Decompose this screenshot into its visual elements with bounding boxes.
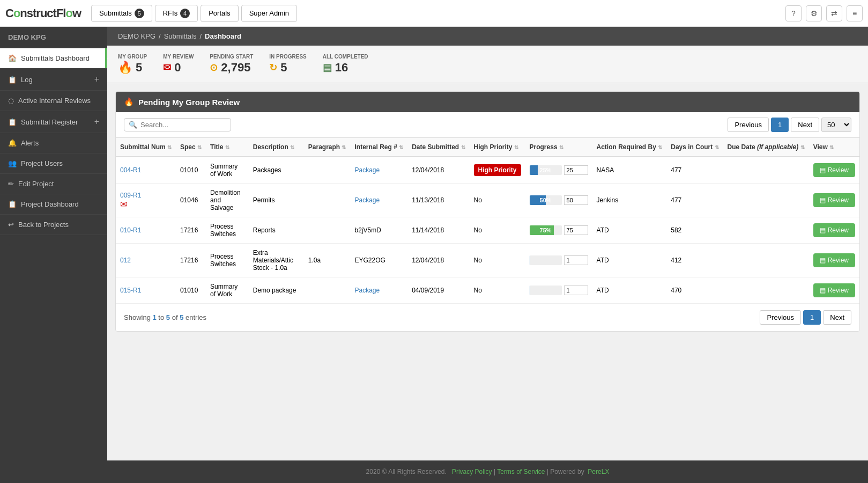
table-row: 012 17216 Process Switches Extra Materia… (116, 244, 859, 277)
cell-progress (525, 244, 592, 277)
privacy-link[interactable]: Privacy Policy (452, 468, 492, 475)
sidebar-label-project-dashboard: Project Dashboard (21, 200, 79, 208)
col-title[interactable]: Title ⇅ (206, 138, 249, 157)
copyright-text: 2020 © All Rights Reserved. (366, 468, 447, 475)
submittal-num-link[interactable]: 012 (120, 257, 131, 264)
add-icon-register[interactable]: + (94, 117, 99, 127)
col-description[interactable]: Description ⇅ (249, 138, 304, 157)
submittals-table: Submittal Num ⇅ Spec ⇅ Title ⇅ Descripti… (116, 137, 859, 304)
stat-my-group: MY GROUP 🔥 5 (118, 54, 147, 75)
swap-icon[interactable]: ⇄ (826, 5, 842, 21)
review-icon: ▤ (820, 196, 826, 204)
review-button[interactable]: ▤ Review (813, 193, 855, 207)
dashboard-icon: 📋 (8, 200, 17, 208)
col-date-submitted[interactable]: Date Submitted ⇅ (407, 138, 469, 157)
sidebar-item-back-to-projects[interactable]: ↩ Back to Projects (0, 215, 107, 235)
progress-input[interactable] (564, 255, 588, 265)
review-button[interactable]: ▤ Review (813, 223, 855, 237)
cell-view: ▤ Review (809, 244, 859, 277)
cell-title: Demolition and Salvage (206, 184, 249, 217)
review-button[interactable]: ▤ Review (813, 253, 855, 267)
progress-text: 50% (530, 195, 562, 205)
col-internal-reg[interactable]: Internal Reg # ⇅ (350, 138, 407, 157)
col-high-priority[interactable]: High Priority ⇅ (470, 138, 525, 157)
progress-input[interactable] (564, 195, 588, 205)
cell-description: Extra Materials/Attic Stock - 1.0a (249, 244, 304, 277)
home-icon: 🏠 (8, 54, 17, 62)
next-button-top[interactable]: Next (791, 118, 819, 132)
col-submittal-num[interactable]: Submittal Num ⇅ (116, 138, 176, 157)
logo: ConstructFlow (5, 6, 91, 20)
progress-text: 75% (530, 225, 562, 235)
cell-title: Process Switches (206, 244, 249, 277)
terms-link[interactable]: Terms of Service (497, 468, 545, 475)
table-footer: Showing 1 to 5 of 5 entries Previous 1 N… (116, 304, 859, 331)
sidebar-item-log[interactable]: 📋 Log + (0, 69, 107, 91)
col-due-date[interactable]: Due Date (If applicable) ⇅ (723, 138, 809, 157)
cell-action-required-by: NASA (592, 157, 667, 184)
progress-input[interactable] (564, 286, 588, 295)
cell-due-date (723, 184, 809, 217)
cell-paragraph (304, 157, 351, 184)
previous-button-bottom[interactable]: Previous (760, 310, 801, 325)
review-button[interactable]: ▤ Review (813, 163, 855, 177)
stat-my-review: MY REVIEW ✉ 0 (163, 54, 194, 75)
sidebar-item-edit-project[interactable]: ✏ Edit Project (0, 174, 107, 194)
top-nav: ConstructFlow Submittals 5 RFIs 4 Portal… (0, 0, 868, 27)
cell-submittal-num: 004-R1 (116, 157, 176, 184)
help-icon[interactable]: ? (785, 5, 802, 21)
sidebar-item-project-dashboard[interactable]: 📋 Project Dashboard (0, 194, 107, 215)
nav-tab-submittals[interactable]: Submittals 5 (91, 5, 152, 22)
stat-in-progress-value: ↻ 5 (269, 61, 287, 75)
nav-tabs: Submittals 5 RFIs 4 Portals Super Admin (91, 5, 785, 22)
progress-container: 25% (530, 165, 588, 175)
search-box[interactable]: 🔍 (124, 118, 231, 131)
previous-button-top[interactable]: Previous (728, 118, 769, 132)
progress-input[interactable] (564, 225, 588, 235)
submittal-num-link[interactable]: 004-R1 (120, 166, 141, 174)
page-1-button-top[interactable]: 1 (771, 118, 789, 132)
cell-description: Packages (249, 157, 304, 184)
submittal-num-link[interactable]: 015-R1 (120, 287, 141, 294)
col-spec[interactable]: Spec ⇅ (176, 138, 206, 157)
gear-icon[interactable]: ⚙ (806, 5, 822, 21)
progress-text (530, 286, 562, 295)
nav-tab-portals[interactable]: Portals (201, 5, 238, 22)
search-input[interactable] (140, 121, 226, 129)
nav-tab-rfis[interactable]: RFIs 4 (155, 5, 198, 22)
page-1-button-bottom[interactable]: 1 (803, 310, 821, 325)
next-button-bottom[interactable]: Next (823, 310, 851, 325)
sidebar-item-project-users[interactable]: 👥 Project Users (0, 153, 107, 174)
per-page-select[interactable]: 50 25 100 (821, 118, 851, 132)
submittal-num-link[interactable]: 009-R1 (120, 192, 141, 199)
log-icon: 📋 (8, 76, 17, 84)
col-action-required-by[interactable]: Action Required By ⇅ (592, 138, 667, 157)
cell-days-in-court: 582 (666, 217, 723, 244)
progress-container: 50% (530, 195, 588, 205)
col-paragraph[interactable]: Paragraph ⇅ (304, 138, 351, 157)
sidebar-item-alerts[interactable]: 🔔 Alerts (0, 133, 107, 153)
col-days-in-court[interactable]: Days in Court ⇅ (666, 138, 723, 157)
cell-internal-reg: Package (350, 277, 407, 304)
menu-icon[interactable]: ≡ (847, 5, 863, 21)
sidebar-item-submittals-dashboard[interactable]: 🏠 Submittals Dashboard (0, 48, 107, 69)
submittal-num-link[interactable]: 010-R1 (120, 226, 141, 234)
cell-high-priority: No (470, 184, 525, 217)
table-row: 010-R1 17216 Process Switches Reports b2… (116, 217, 859, 244)
sidebar-label-project-users: Project Users (21, 159, 63, 167)
sidebar-item-submittal-register[interactable]: 📋 Submittal Register + (0, 111, 107, 133)
sidebar-item-active-internal-reviews[interactable]: ◌ Active Internal Reviews (0, 91, 107, 111)
nav-tab-super-admin[interactable]: Super Admin (241, 5, 297, 22)
internal-reg-link[interactable]: Package (354, 166, 380, 174)
internal-reg-link[interactable]: Package (354, 287, 380, 294)
add-icon-log[interactable]: + (94, 75, 99, 84)
review-button[interactable]: ▤ Review (813, 283, 855, 297)
progress-input[interactable] (564, 165, 588, 175)
cell-internal-reg: Package (350, 184, 407, 217)
internal-reg-link[interactable]: Package (354, 196, 380, 204)
perelx-link[interactable]: PereLX (588, 468, 609, 475)
top-right-icons: ? ⚙ ⇄ ≡ (785, 5, 863, 21)
cell-progress (525, 277, 592, 304)
cell-spec: 01046 (176, 184, 206, 217)
col-progress[interactable]: Progress ⇅ (525, 138, 592, 157)
